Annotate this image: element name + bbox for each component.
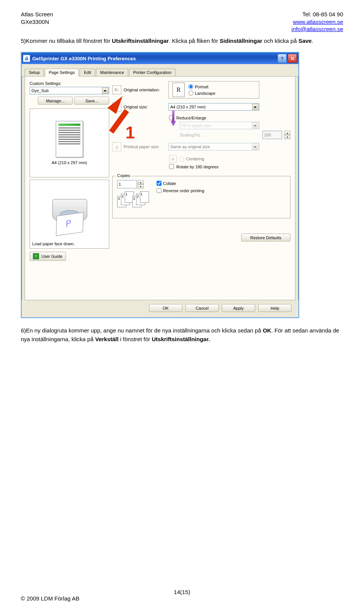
- window-title: GelSprinter GX e3300N Printing Preferenc…: [32, 56, 136, 61]
- header-phone: Tel: 08-85 04 90: [292, 11, 343, 18]
- annotation-number-1: 1: [126, 123, 135, 142]
- tab-printer-configuration[interactable]: Printer Configuration: [129, 69, 176, 76]
- printout-size-icon: 🖨: [112, 142, 121, 151]
- custom-settings-select[interactable]: Dye_Sub: [30, 87, 109, 94]
- page-number: 14(15): [21, 589, 343, 595]
- tabs: Setup Page Settings Edit Maintenance Pri…: [22, 64, 298, 77]
- scaling-label: Scaling(%):: [180, 133, 201, 137]
- copies-group: Copies ▲▼ 321 321: [112, 176, 290, 218]
- app-icon: 🖨: [23, 55, 30, 62]
- original-size-select[interactable]: A4 (210 x 297 mm): [168, 103, 259, 111]
- page-preview-thumb: [56, 121, 83, 157]
- copies-legend: Copies: [116, 173, 132, 178]
- tab-setup[interactable]: Setup: [25, 69, 44, 76]
- collate-icon: 321 321: [117, 191, 150, 213]
- centering-icon: ⊕: [169, 155, 177, 163]
- printer-icon: [45, 195, 94, 233]
- header-left-1: Atlas Screen: [21, 11, 53, 18]
- tab-edit[interactable]: Edit: [80, 69, 95, 76]
- scaling-spinner: ▲▼: [284, 131, 290, 139]
- orientation-group: R Portrait Landscape: [168, 81, 259, 99]
- original-size-label: Original size:: [124, 105, 148, 109]
- user-guide-button[interactable]: ? User Guide: [30, 252, 66, 261]
- portrait-radio[interactable]: Portrait: [188, 84, 215, 89]
- header-left-2: GXe3300N: [21, 18, 53, 26]
- load-paper-label: Load paper face down.: [32, 241, 75, 246]
- apply-button[interactable]: Apply: [222, 304, 255, 312]
- tab-maintenance[interactable]: Maintenance: [96, 69, 128, 76]
- paragraph-6: 6)En ny dialogruta kommer upp, ange nu n…: [21, 326, 343, 343]
- collate-checkbox[interactable]: Collate: [157, 181, 204, 186]
- orientation-label: Original orientation:: [124, 88, 160, 92]
- header-url[interactable]: www.atlasscreen.se: [293, 19, 343, 25]
- restore-defaults-button[interactable]: Restore Defaults: [241, 234, 290, 241]
- printing-preferences-dialog: 🖨 GelSprinter GX e3300N Printing Prefere…: [21, 52, 299, 318]
- copies-spinner[interactable]: ▲▼: [138, 180, 144, 188]
- help-button[interactable]: Help: [258, 304, 292, 312]
- manage-button[interactable]: Manage...: [38, 97, 73, 105]
- printer-preview: Load paper face down.: [30, 180, 109, 249]
- landscape-radio[interactable]: Landscape: [188, 91, 215, 96]
- custom-settings-label: Custom Settings:: [30, 81, 109, 86]
- dialog-buttons: OK Cancel Apply Help: [22, 300, 298, 317]
- reduce-enlarge-checkbox[interactable]: Reduce/Enlarge: [169, 115, 290, 120]
- paragraph-5: 5)Kommer nu tillbaka till fönstret för U…: [21, 37, 343, 45]
- cancel-button[interactable]: Cancel: [185, 304, 219, 312]
- copies-input[interactable]: [117, 180, 137, 188]
- rotate-checkbox[interactable]: Rotate by 180 degrees: [169, 164, 290, 169]
- scaling-input: [262, 131, 282, 139]
- printout-size-label: Printout paper size:: [124, 144, 160, 149]
- page-preview: A4 (210 x 297 mm): [30, 108, 109, 177]
- reverse-order-checkbox[interactable]: Reverse order printing: [157, 188, 204, 193]
- orientation-icon: R↕: [112, 85, 121, 94]
- close-icon[interactable]: ✕: [288, 54, 297, 63]
- save-button[interactable]: Save...: [74, 97, 109, 105]
- titlebar: 🖨 GelSprinter GX e3300N Printing Prefere…: [22, 53, 298, 64]
- copyright: © 2009 LDM Förlag AB: [21, 595, 343, 602]
- fit-to-paper-select: Fit to paper size: [180, 122, 259, 129]
- user-guide-icon: ?: [33, 253, 39, 259]
- help-icon[interactable]: ?: [278, 54, 287, 63]
- doc-header: Atlas Screen GXe3300N Tel: 08-85 04 90 w…: [21, 11, 343, 33]
- printout-size-select: Same as original size: [168, 143, 259, 151]
- centering-checkbox: ⊕ Centering: [169, 155, 290, 163]
- orientation-thumb: R: [173, 83, 185, 97]
- header-email[interactable]: info@atlasscreen.se: [292, 26, 343, 32]
- ok-button[interactable]: OK: [149, 304, 182, 312]
- tab-page-settings[interactable]: Page Settings: [45, 69, 79, 77]
- preview-paper-label: A4 (210 x 297 mm): [52, 160, 87, 165]
- scaling-arrow-icon: [172, 110, 174, 122]
- scaling-arrowhead-icon: [171, 121, 176, 126]
